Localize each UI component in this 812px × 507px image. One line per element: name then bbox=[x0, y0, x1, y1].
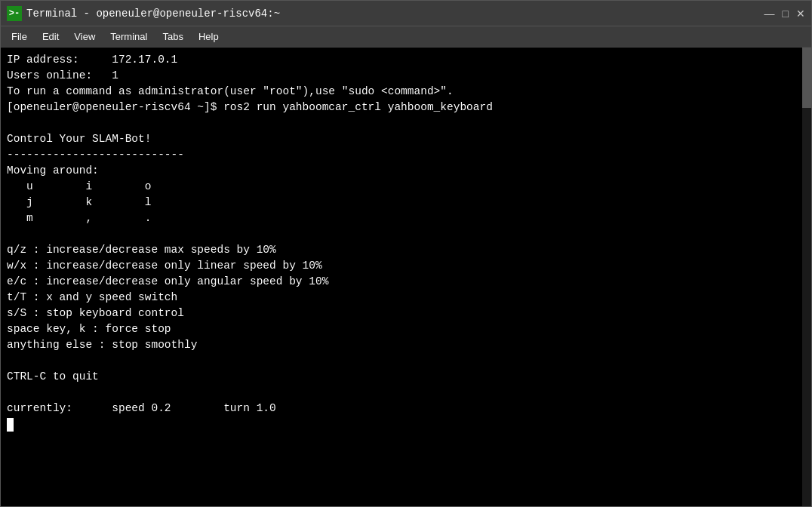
menu-tabs[interactable]: Tabs bbox=[156, 29, 189, 44]
terminal-icon: >- bbox=[7, 6, 22, 21]
menu-file[interactable]: File bbox=[5, 29, 33, 44]
scrollbar-thumb[interactable] bbox=[802, 48, 811, 108]
cursor-line bbox=[7, 418, 805, 432]
close-button[interactable]: ✕ bbox=[796, 8, 805, 19]
scrollbar[interactable] bbox=[802, 48, 811, 506]
minimize-button[interactable]: — bbox=[764, 8, 775, 19]
window-title: Terminal - openeuler@openeuler-riscv64:~ bbox=[26, 8, 280, 20]
menu-terminal[interactable]: Terminal bbox=[104, 29, 153, 44]
terminal-window: >- Terminal - openeuler@openeuler-riscv6… bbox=[0, 0, 812, 507]
title-bar-left: >- Terminal - openeuler@openeuler-riscv6… bbox=[7, 6, 280, 21]
menu-bar: File Edit View Terminal Tabs Help bbox=[1, 26, 811, 48]
maximize-button[interactable]: □ bbox=[783, 8, 789, 19]
window-controls: — □ ✕ bbox=[764, 8, 805, 19]
terminal-cursor bbox=[7, 418, 14, 432]
menu-help[interactable]: Help bbox=[192, 29, 225, 44]
menu-edit[interactable]: Edit bbox=[36, 29, 65, 44]
terminal-output: IP address: 172.17.0.1 Users online: 1 T… bbox=[7, 52, 805, 416]
terminal-body[interactable]: IP address: 172.17.0.1 Users online: 1 T… bbox=[1, 48, 811, 506]
terminal-icon-label: >- bbox=[9, 8, 20, 19]
title-bar: >- Terminal - openeuler@openeuler-riscv6… bbox=[1, 1, 811, 26]
menu-view[interactable]: View bbox=[68, 29, 101, 44]
